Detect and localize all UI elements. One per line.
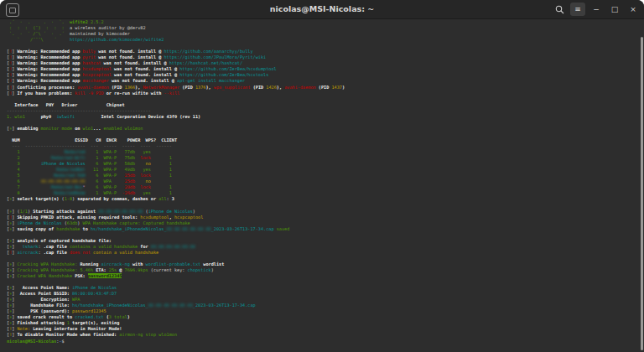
terminal-text: Conflicting processes:: [18, 85, 78, 90]
terminal-line: [!] Warning: Recommended app macchanger …: [7, 78, 639, 84]
terminal-text: a wireless auditor by @derv82: [70, 25, 146, 30]
terminal-text: WPA-P: [104, 149, 117, 154]
terminal-text: [20, 184, 51, 189]
terminal-text: contain a valid handshake: [91, 250, 158, 255]
terminal-text: (current key:: [148, 267, 188, 272]
maximize-button[interactable]: □: [607, 3, 622, 16]
terminal-text: 1/1: [20, 209, 28, 214]
terminal-text: 25s: [109, 267, 117, 272]
terminal-line: nicolas@MSI-Nicolas:~$: [7, 339, 639, 344]
terminal-line: [+] enabling monitor mode on wlo1... ena…: [7, 126, 639, 132]
terminal-text: aircrack-ng: [101, 261, 129, 267]
terminal-line: [7, 43, 639, 49]
terminal-text: wifite2: [70, 19, 88, 24]
terminal-text: 1. wlo1: [7, 114, 25, 119]
terminal-text: WPA-P: [104, 190, 117, 195]
menu-button[interactable]: ≡: [570, 3, 585, 16]
terminal-text: .´ · . . · `.: [7, 19, 70, 24]
terminal-app-icon[interactable]: [6, 3, 19, 17]
terminal-text: 1437: [331, 85, 342, 90]
terminal-text: WPA Handshake capture:: [83, 220, 141, 225]
terminal-line: [!] Warning: Recommended app hashcat was…: [7, 60, 639, 66]
terminal-text: ): [211, 267, 214, 272]
terminal-line: [+] Cracking WPA Handshake: Running airc…: [7, 261, 639, 267]
terminal-text: ): [193, 209, 195, 214]
terminal-text: Running: [80, 261, 101, 267]
terminal-text: to: [80, 226, 91, 231]
terminal-text: 7696.9kps: [125, 267, 148, 272]
terminal-text: chopstick: [188, 267, 211, 272]
terminal-text: 3: [172, 196, 174, 201]
redacted-text: Redacted-5GH: [54, 173, 85, 178]
terminal-text: To disable Monitor Mode when finished:: [18, 332, 120, 337]
terminal-line: [+] Handshake File: hs/handshake_iPhoned…: [7, 303, 639, 308]
terminal-text: 1: [151, 167, 172, 172]
terminal-text: apt-get install macchanger: [177, 78, 245, 83]
terminal-text: separated by commas, dashes or: [77, 196, 158, 201]
terminal-text: WPA-P: [104, 184, 117, 189]
terminal-text: Access Point BSSID:: [20, 291, 72, 296]
terminal-text: NetworkManager: [143, 85, 179, 90]
terminal-text: 1: [151, 161, 172, 166]
terminal-text: (PID: [109, 85, 125, 90]
terminal-line: [!] Note: Leaving interface in Monitor M…: [7, 326, 639, 332]
terminal-line: [+] Access Point Name: iPhone de Nicolas: [7, 285, 639, 291]
terminal-text: _2023-03-26T13-17-34.cap: [211, 226, 274, 231]
terminal-text: 6: [7, 179, 20, 184]
terminal-line: : : : (¯) : : : a wireless auditor by @d…: [7, 25, 639, 31]
terminal-text: https://github.com/ZerBea/hcxtools: [179, 72, 268, 77]
terminal-text: PSK (password):: [30, 308, 72, 313]
terminal-text: Warning: Recommended app: [18, 60, 83, 65]
terminal-text: hashcat: [83, 60, 101, 65]
terminal-text: saving copy of: [18, 226, 57, 231]
terminal-text: or re-run wifite with: [104, 91, 164, 96]
minimize-button[interactable]: −: [589, 3, 604, 16]
terminal-text: Cracked WPA Handshake: [18, 273, 73, 278]
terminal-text: 1: [7, 149, 20, 154]
terminal-body[interactable]: .´ · . . · `. wifite2 2.5.2 : : : (¯) : …: [7, 19, 639, 352]
terminal-text: analysis of captured handshake file:: [18, 238, 112, 243]
terminal-text: Warning: Recommended app: [18, 54, 83, 60]
terminal-text: Captured handshake: [143, 220, 190, 225]
terminal-line: [7, 202, 639, 208]
terminal-text: wordlist-probable.txt: [146, 261, 201, 267]
window-glyph-icon: [9, 8, 16, 13]
terminal-line: 3 iPhone de Nicolas 6 WPA-P 58db no 1: [7, 161, 639, 167]
terminal-line: [!] Warning: Recommended app pyrit was n…: [7, 54, 639, 60]
terminal-text: hcxpcaptool: [174, 215, 203, 220]
terminal-text: 2.5.2: [88, 19, 104, 24]
terminal-text: yes: [135, 190, 151, 195]
window-title: nicolas@MSI-Nicolas: ~: [0, 0, 644, 18]
terminal-text: _2023-03-26T13-17-34.cap: [193, 303, 256, 308]
terminal-text: on: [72, 126, 83, 131]
terminal-text: 75db: [117, 155, 135, 160]
scrollbar-thumb[interactable]: [641, 37, 643, 350]
redacted-text: Redacted-Box: [51, 184, 82, 189]
terminal-text: Finished attacking: [18, 320, 67, 325]
terminal-text: `. · ` /¯\ ´ · .´: [7, 31, 70, 36]
search-button[interactable]: [552, 3, 567, 16]
terminal-text: (PID: [251, 85, 267, 90]
terminal-text: yes: [135, 167, 151, 172]
search-icon: [555, 5, 564, 14]
terminal-text: 7: [7, 184, 20, 189]
redacted-text: XX-XX-XX-XX-XX-XX: [167, 226, 211, 231]
terminal-text: was not found. install @: [96, 49, 164, 54]
terminal-text: hcxpcaptool: [83, 72, 112, 77]
terminal-text: https://github.com/kimocoder/wifite2: [70, 37, 164, 42]
terminal-text: 58db: [117, 161, 135, 166]
close-button[interactable]: ×: [626, 3, 641, 16]
terminal-line: 4 RedactedNet 11 WPA-P 49db yes 1: [7, 167, 639, 173]
terminal-text: [20, 173, 55, 178]
terminal-text: ): [127, 314, 130, 319]
terminal-text: WPA-P: [104, 161, 117, 166]
terminal-text: 3: [7, 161, 20, 166]
terminal-text: was not found. install @: [96, 54, 164, 60]
terminal-line: [+] Cracked WPA Handshake PSK: password1…: [7, 273, 639, 279]
terminal-text: Access Point Name:: [23, 285, 72, 290]
terminal-text: no: [135, 179, 151, 184]
terminal-line: ` /¯¯¯\ ´ https://github.com/kimocoder/w…: [7, 37, 639, 43]
terminal-text: 49db: [117, 167, 135, 172]
terminal-line: [7, 132, 639, 137]
terminal-text: ]: [12, 244, 23, 249]
